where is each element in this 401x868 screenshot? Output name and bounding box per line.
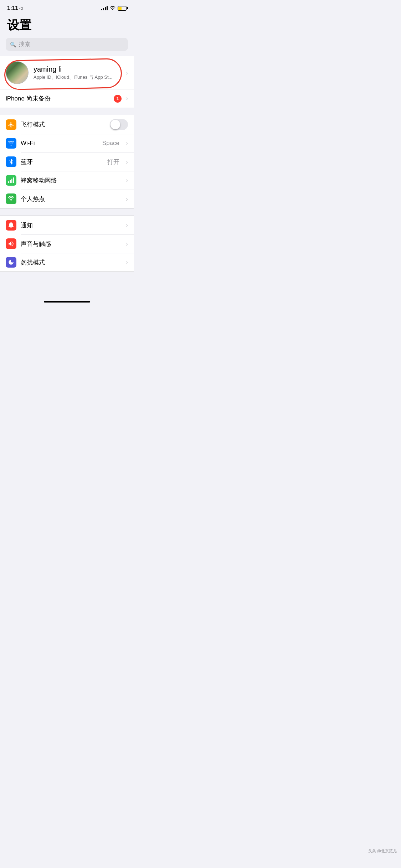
hotspot-label: 个人热点	[21, 195, 122, 203]
profile-subtitle: Apple ID、iCloud、iTunes 与 App St...	[34, 74, 121, 81]
bluetooth-value: 打开	[107, 158, 119, 166]
home-bar	[44, 301, 90, 303]
profile-chevron: ›	[126, 69, 128, 77]
page-title: 设置	[7, 17, 127, 33]
wifi-status-icon	[110, 6, 115, 10]
notifications-row[interactable]: 通知 ›	[0, 216, 134, 234]
dnd-row[interactable]: 勿扰模式 ›	[0, 253, 134, 272]
bluetooth-icon	[9, 159, 14, 165]
bluetooth-label: 蓝牙	[21, 158, 103, 166]
backup-row[interactable]: iPhone 尚未备份 1 ›	[0, 89, 134, 108]
airplane-icon	[8, 122, 14, 128]
dnd-icon-wrap	[6, 257, 16, 268]
avatar	[6, 61, 29, 84]
wifi-value: Space	[102, 140, 119, 147]
wifi-row[interactable]: Wi-Fi Space ›	[0, 134, 134, 153]
sound-icon	[8, 241, 14, 247]
signal-icon	[101, 6, 108, 10]
sound-row[interactable]: 声音与触感 ›	[0, 234, 134, 253]
cellular-icon-wrap	[6, 175, 16, 186]
svg-rect-3	[13, 177, 14, 183]
home-indicator	[0, 293, 134, 305]
search-icon: 🔍	[10, 42, 16, 47]
profile-section: yaming li Apple ID、iCloud、iTunes 与 App S…	[0, 56, 134, 108]
cellular-row[interactable]: 蜂窝移动网络 ›	[0, 171, 134, 190]
profile-info: yaming li Apple ID、iCloud、iTunes 与 App S…	[34, 65, 121, 81]
search-container: 🔍 搜索	[0, 38, 134, 56]
search-placeholder: 搜索	[19, 41, 30, 48]
sound-chevron: ›	[126, 240, 128, 248]
bluetooth-chevron: ›	[126, 158, 128, 166]
dnd-icon	[8, 259, 14, 265]
backup-text: iPhone 尚未备份	[6, 94, 109, 103]
airplane-mode-row[interactable]: 飞行模式	[0, 115, 134, 134]
profile-name: yaming li	[34, 65, 121, 73]
backup-chevron: ›	[126, 95, 128, 102]
wifi-chevron: ›	[126, 140, 128, 147]
hotspot-row[interactable]: 个人热点 ›	[0, 190, 134, 208]
notifications-chevron: ›	[126, 222, 128, 229]
notification-icon	[8, 222, 14, 228]
cellular-label: 蜂窝移动网络	[21, 176, 122, 185]
battery-icon	[118, 6, 127, 11]
hotspot-chevron: ›	[126, 195, 128, 203]
svg-rect-0	[8, 181, 9, 183]
svg-rect-1	[10, 180, 11, 183]
wifi-icon-wrap	[6, 138, 16, 149]
hotspot-icon	[8, 196, 14, 202]
dnd-label: 勿扰模式	[21, 258, 122, 267]
location-icon: ◁	[19, 6, 22, 11]
sound-icon-wrap	[6, 238, 16, 249]
status-icons	[101, 6, 127, 11]
airplane-label: 飞行模式	[21, 120, 106, 129]
wifi-icon	[8, 141, 14, 146]
page-title-area: 设置	[0, 14, 134, 38]
profile-row[interactable]: yaming li Apple ID、iCloud、iTunes 与 App S…	[0, 56, 134, 89]
airplane-icon-wrap	[6, 119, 16, 130]
svg-rect-2	[11, 179, 12, 183]
backup-badge: 1	[114, 95, 122, 103]
bluetooth-icon-wrap	[6, 156, 16, 167]
wifi-label: Wi-Fi	[21, 140, 98, 147]
notification-icon-wrap	[6, 220, 16, 231]
status-time: 1:11	[7, 5, 18, 11]
notifications-label: 通知	[21, 221, 122, 229]
status-bar: 1:11 ◁	[0, 0, 134, 14]
connectivity-group: 飞行模式 Wi-Fi Space ›	[0, 115, 134, 208]
search-bar[interactable]: 🔍 搜索	[6, 38, 128, 51]
cellular-chevron: ›	[126, 177, 128, 184]
hotspot-icon-wrap	[6, 193, 16, 204]
bluetooth-row[interactable]: 蓝牙 打开 ›	[0, 153, 134, 171]
cellular-icon	[8, 177, 14, 183]
notifications-group: 通知 › 声音与触感 › 勿扰模式 ›	[0, 216, 134, 272]
dnd-chevron: ›	[126, 259, 128, 266]
sound-label: 声音与触感	[21, 240, 122, 248]
airplane-toggle[interactable]	[110, 119, 128, 130]
